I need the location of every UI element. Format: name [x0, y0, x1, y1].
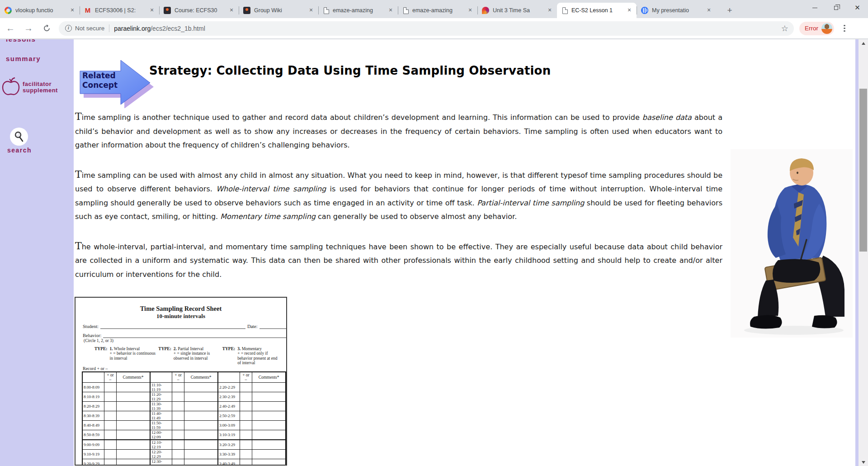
sheet-type-block: TYPE:2. Partial Interval+ = single insta…	[158, 347, 222, 366]
related-concept-label: RelatedConcept	[82, 71, 118, 90]
browser-tab[interactable]: Group Wiki×	[239, 3, 318, 18]
tab-close-icon[interactable]: ×	[387, 7, 394, 14]
back-button[interactable]: ←	[3, 21, 18, 36]
sampling-table-body: + or –Comments*+ or –Comments*+ or –Comm…	[82, 372, 286, 466]
new-tab-button[interactable]: +	[723, 5, 736, 17]
tab-title: Group Wiki	[254, 7, 306, 14]
file-favicon	[562, 7, 568, 14]
web-page: lessons summary facilitatorsupplement se…	[0, 39, 868, 466]
tab-close-icon[interactable]: ×	[546, 7, 553, 14]
page-sidebar: lessons summary facilitatorsupplement se…	[0, 39, 74, 466]
tab-close-icon[interactable]: ×	[69, 7, 76, 14]
profile-sync-error-badge[interactable]: Error	[799, 22, 834, 35]
sampling-row: 8:20-8:2911:30-11:392:40-2:49	[82, 402, 286, 411]
record-sheet-image: Time Sampling Record Sheet 10-minute int…	[75, 297, 287, 466]
error-label: Error	[805, 25, 818, 32]
file-favicon	[324, 7, 329, 14]
tab-title: My presentatio	[652, 7, 703, 14]
prezi-favicon	[641, 7, 648, 14]
sampling-row: 8:40-8:4911:50-11:593:00-3:09	[82, 421, 286, 430]
apple-icon	[0, 75, 23, 100]
restore-button[interactable]	[826, 0, 847, 15]
scrollbar-thumb[interactable]	[859, 89, 867, 252]
sidebar-item-lessons[interactable]: lessons	[0, 39, 74, 43]
minimize-button[interactable]	[804, 0, 826, 15]
forward-button[interactable]: →	[21, 21, 36, 36]
reload-button[interactable]	[39, 21, 54, 36]
uts-favicon	[164, 7, 171, 14]
tab-title: EC-S2 Lesson 1	[571, 7, 624, 14]
circle-note: (Circle 1, 2, or 3)	[84, 338, 286, 343]
google-favicon	[5, 7, 12, 14]
url-text[interactable]: paraelink.org/ecs2/ecs2_1b.html	[114, 25, 781, 32]
search-label: search	[7, 147, 74, 154]
sampling-row: 8:50-8:5912:00-12:093:10-3:19	[82, 430, 286, 440]
browser-tab-strip: vlookup functio×ECFS3006 | S2:×Course: E…	[0, 0, 868, 18]
sampling-row: 8:10-8:1911:20-11:292:30-2:39	[82, 392, 286, 402]
tab-close-icon[interactable]: ×	[467, 7, 474, 14]
student-line: Student: Date:	[83, 324, 287, 329]
emaze-favicon	[482, 7, 489, 14]
sampling-row: 9:00-9:0912:10-12:193:20-3:29	[82, 440, 286, 450]
sidebar-item-facilitator-supplement[interactable]: facilitatorsupplement	[0, 75, 74, 100]
gmail-favicon	[84, 7, 91, 14]
restore-icon	[834, 6, 838, 10]
bookmark-star-icon[interactable]: ☆	[781, 24, 788, 33]
tab-strip-tabs: vlookup functio×ECFS3006 | S2:×Course: E…	[0, 3, 716, 18]
tab-title: emaze-amazing	[412, 7, 465, 14]
tab-title: ECFS3006 | S2:	[95, 7, 146, 14]
sheet-types: TYPE:1. Whole Interval+ = behavior is co…	[94, 347, 286, 366]
sidebar-item-summary[interactable]: summary	[0, 55, 74, 62]
minimize-icon	[812, 8, 817, 8]
file-favicon	[403, 7, 409, 14]
browser-toolbar: ← → i Not secure paraelink.org/ecs2/ecs2…	[0, 18, 868, 39]
omnibox-divider	[109, 24, 109, 32]
tab-close-icon[interactable]: ×	[307, 7, 315, 14]
behavior-line: Behavior:	[83, 333, 287, 338]
browser-tab[interactable]: emaze-amazing×	[398, 3, 477, 18]
close-icon: ✕	[854, 4, 860, 12]
browser-tab[interactable]: vlookup functio×	[0, 3, 80, 18]
tab-title: emaze-amazing	[333, 7, 385, 14]
scroll-down-arrow[interactable]	[859, 458, 868, 466]
search-icon[interactable]	[10, 128, 28, 146]
record-sheet-subtitle: 10-minute intervals	[75, 313, 286, 320]
tab-title: vlookup functio	[15, 7, 67, 14]
page-scrollbar[interactable]	[859, 39, 868, 466]
sampling-row: 9:20-9:2912:30-12:393:40-3:49	[82, 459, 286, 466]
browser-tab[interactable]: ECFS3006 | S2:×	[80, 3, 159, 18]
reload-icon	[43, 24, 51, 32]
sampling-row: 9:10-9:1912:20-12:293:30-3:39	[82, 450, 286, 459]
tab-title: Course: ECFS30	[175, 7, 226, 14]
related-concept-banner: RelatedConcept	[76, 55, 154, 105]
window-controls: ✕	[804, 0, 868, 18]
sampling-row: 8:00-8:0911:10-11:192:20-2:29	[82, 383, 286, 392]
browser-tab-active[interactable]: EC-S2 Lesson 1×	[557, 3, 637, 18]
facilitator-supplement-label: facilitatorsupplement	[23, 81, 58, 94]
browser-tab[interactable]: Unit 3 Time Sa×	[477, 3, 557, 18]
close-window-button[interactable]: ✕	[847, 0, 868, 15]
security-label: Not secure	[75, 25, 104, 32]
paragraph-1: Time sampling is another technique used …	[75, 110, 855, 152]
sheet-type-block: TYPE:1. Whole Interval+ = behavior is co…	[94, 347, 158, 366]
main-content: RelatedConcept Strategy: Collecting Data…	[74, 39, 855, 466]
browser-tab[interactable]: My presentatio×	[637, 3, 716, 18]
page-title: Strategy: Collecting Data Using Time Sam…	[74, 39, 855, 77]
uts-favicon	[243, 7, 250, 14]
sampling-row: 8:30-8:3911:40-11:492:50-2:59	[82, 411, 286, 421]
profile-avatar[interactable]	[821, 23, 832, 34]
observer-photo	[731, 149, 853, 338]
browser-tab[interactable]: emaze-amazing×	[318, 3, 398, 18]
tab-close-icon[interactable]: ×	[705, 7, 712, 14]
sidebar-item-search[interactable]: search	[0, 128, 74, 154]
chrome-menu-button[interactable]	[838, 22, 851, 35]
tab-close-icon[interactable]: ×	[228, 7, 235, 14]
scroll-up-arrow[interactable]	[859, 39, 868, 47]
page-info-icon[interactable]: i	[65, 25, 72, 32]
address-bar[interactable]: i Not secure paraelink.org/ecs2/ecs2_1b.…	[59, 21, 794, 36]
tab-close-icon[interactable]: ×	[148, 7, 156, 14]
record-sheet-title: Time Sampling Record Sheet	[75, 305, 286, 313]
browser-tab[interactable]: Course: ECFS30×	[159, 3, 239, 18]
tab-close-icon[interactable]: ×	[626, 7, 633, 14]
tab-title: Unit 3 Time Sa	[493, 7, 544, 14]
